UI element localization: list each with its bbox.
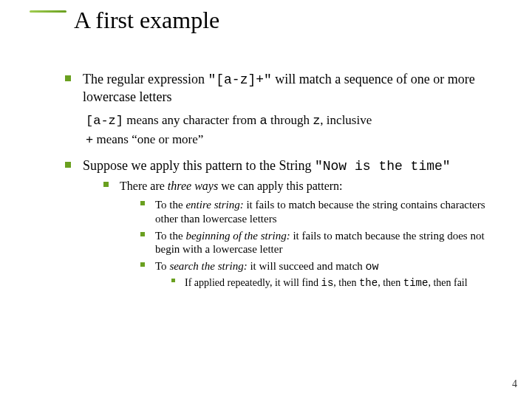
square-bullet-icon <box>65 162 71 168</box>
way-entire-string: To the entire string: it fails to match … <box>140 198 502 226</box>
text: To <box>155 260 169 272</box>
text: through <box>267 113 313 127</box>
square-bullet-icon <box>103 182 109 187</box>
way-search: To search the string: it will succeed an… <box>140 259 502 290</box>
text: we can apply this pattern: <box>218 180 342 192</box>
em: entire string: <box>185 199 243 211</box>
text: If applied repeatedly, it will find <box>185 277 321 288</box>
page-number: 4 <box>512 378 517 390</box>
slide-content: The regular expression "[a-z]+" will mat… <box>65 71 502 297</box>
code-regex: "[a-z]+" <box>208 72 271 87</box>
code: z <box>313 114 320 128</box>
square-bullet-icon <box>171 279 175 282</box>
text: it will succeed and match <box>248 260 366 272</box>
square-bullet-icon <box>65 75 71 81</box>
text: , then <box>333 277 359 288</box>
text: To the <box>155 230 185 242</box>
code-string: "Now is the time" <box>315 159 451 174</box>
slide-title: A first example <box>74 7 219 34</box>
sub-bullet-plus: + means “one or more” <box>86 132 502 148</box>
text: means “one or more” <box>93 132 203 146</box>
sub-bullet-three-ways: There are three ways we can apply this p… <box>103 179 502 290</box>
text: The regular expression <box>83 72 208 86</box>
square-bullet-icon <box>140 201 145 205</box>
sub-bullet-charclass: [a-z] means any character from a through… <box>86 112 502 129</box>
slide: A first example The regular expression "… <box>0 0 532 399</box>
square-bullet-icon <box>140 262 145 267</box>
bullet-apply-pattern: Suppose we apply this pattern to the Str… <box>65 157 502 290</box>
way-beginning: To the beginning of the string: it fails… <box>140 229 502 257</box>
text: means any character from <box>123 113 260 127</box>
text: , then fail <box>428 277 467 288</box>
title-accent-bar <box>30 10 66 13</box>
code: + <box>86 133 93 147</box>
em: three ways <box>168 180 218 192</box>
code: time <box>403 277 429 289</box>
text: , then <box>378 277 403 288</box>
code: [a-z] <box>86 114 123 128</box>
square-bullet-icon <box>140 232 145 236</box>
text: There are <box>120 180 168 192</box>
em: beginning of the string: <box>185 230 290 242</box>
repeated-application: If applied repeatedly, it will find is, … <box>171 276 502 290</box>
code: a <box>260 114 267 128</box>
title-block: A first example <box>30 10 219 34</box>
text: Suppose we apply this pattern to the Str… <box>83 158 315 173</box>
code: the <box>359 277 378 289</box>
code: ow <box>366 261 379 273</box>
code: is <box>321 277 334 289</box>
text: To the <box>155 199 185 211</box>
bullet-regex-description: The regular expression "[a-z]+" will mat… <box>65 71 502 105</box>
em: search the string: <box>169 260 247 272</box>
text: , inclusive <box>320 113 372 127</box>
